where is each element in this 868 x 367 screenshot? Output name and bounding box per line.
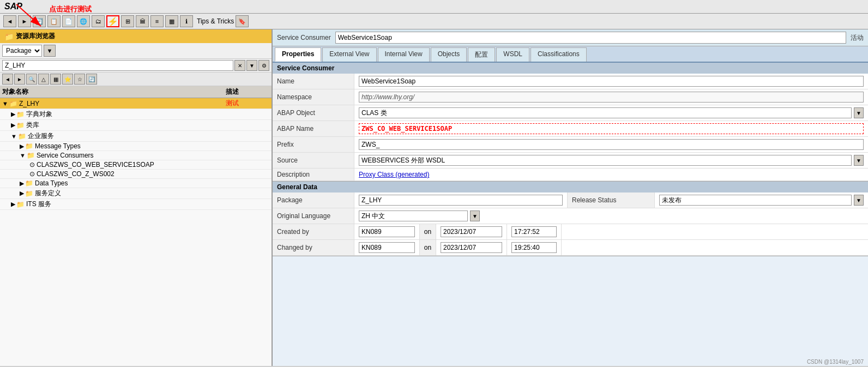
tree-item-enterprise[interactable]: ▼ 📁 企业服务 (0, 131, 272, 142)
tree-toggle[interactable]: ▼ (2, 100, 8, 107)
tree-item-icon: 📁 (25, 142, 33, 150)
tab-internal_view[interactable]: Internal View (378, 47, 430, 62)
tree-toggle[interactable]: ▶ (11, 201, 15, 208)
filter-icon2[interactable]: △ (38, 74, 49, 85)
form-value-prefix (354, 137, 868, 153)
tree-item-sc2[interactable]: ⊙ CLASZWS_CO_Z_WS002 (0, 170, 272, 179)
gd-package-label: Package (273, 192, 354, 208)
created-date-input[interactable] (441, 226, 502, 237)
filter-dropdown-btn[interactable]: ▼ (246, 60, 257, 71)
tree-item-sc1[interactable]: ⊙ CLASZWS_CO_WEB_SERVICE1SOAP (0, 160, 272, 170)
filter-icon4[interactable]: ⭐ (62, 74, 73, 85)
lang-input[interactable] (359, 210, 468, 221)
test-button[interactable]: ⚡ (106, 15, 119, 27)
tree-toggle[interactable]: ▶ (20, 143, 24, 150)
tree-item-name: 企业服务 (28, 131, 226, 141)
tree-item-icon: 📁 (25, 190, 33, 197)
form-value-description: Proxy Class (generated) (354, 169, 868, 181)
field-input[interactable] (359, 76, 864, 87)
info-button[interactable]: ℹ (180, 15, 193, 27)
changed-time-input[interactable] (511, 242, 557, 253)
tree-item-its_service[interactable]: ▶ 📁 ITS 服务 (0, 199, 272, 210)
nav-back-btn[interactable]: ◄ (2, 74, 13, 85)
tree-item-z_lhy[interactable]: ▼ 📁 Z_LHY 测试 (0, 98, 272, 109)
field-input[interactable] (359, 139, 864, 150)
btn10[interactable]: 🏛 (136, 15, 149, 27)
sc-value-input[interactable] (335, 32, 846, 44)
btn3[interactable]: 🔄 (33, 15, 46, 27)
tree-toggle[interactable]: ▼ (20, 152, 26, 159)
btn5[interactable]: 📄 (62, 15, 75, 27)
form-label-namespace: Namespace (273, 89, 354, 105)
form-label-source: Source (273, 153, 354, 169)
changed-user-input[interactable] (359, 242, 415, 253)
field-dropdown-btn[interactable]: ▼ (854, 155, 864, 166)
btn7[interactable]: 🗂 (92, 15, 105, 27)
field-highlighted[interactable] (359, 123, 864, 134)
field-dropdown-input[interactable] (359, 107, 852, 118)
tree-toggle[interactable]: ▶ (20, 190, 24, 197)
tree-item-dict[interactable]: ▶ 📁 字典对象 (0, 109, 272, 120)
btn6[interactable]: 🌐 (77, 15, 90, 27)
gd-row-1: Package Release Status ▼ (273, 192, 868, 208)
field-dropdown-btn[interactable]: ▼ (854, 107, 864, 118)
package-input[interactable] (359, 195, 563, 206)
field-link[interactable]: Proxy Class (generated) (359, 171, 429, 178)
btn9[interactable]: ⊞ (121, 15, 134, 27)
filter-bar: ✕ ▼ ⚙ (0, 59, 272, 73)
filter-icon6[interactable]: 🔄 (86, 74, 97, 85)
release-dropdown-btn[interactable]: ▼ (854, 195, 864, 206)
tree-item-class[interactable]: ▶ 📁 类库 (0, 120, 272, 131)
gd-row-2: Original Language ▼ (273, 208, 868, 224)
forward-button[interactable]: ► (18, 15, 31, 27)
tree-toggle[interactable]: ▶ (11, 122, 15, 129)
tab-objects[interactable]: Objects (431, 47, 467, 62)
created-user-input[interactable] (359, 226, 415, 237)
tree-item-service_consumers[interactable]: ▼ 📁 Service Consumers (0, 151, 272, 160)
tree-item-service_def[interactable]: ▶ 📁 服务定义 (0, 188, 272, 199)
tree-header: 对象名称 描述 (0, 86, 272, 98)
btn4[interactable]: 📋 (47, 15, 61, 27)
search-type-dropdown[interactable]: Package (2, 45, 42, 57)
gd-created-extra (562, 224, 868, 240)
filter-icon5[interactable]: ☆ (74, 74, 85, 85)
tree-item-name: CLASZWS_CO_WEB_SERVICE1SOAP (37, 161, 226, 169)
tree-col-desc: 描述 (226, 87, 269, 97)
form-label-name: Name (273, 74, 354, 89)
tree-toggle[interactable]: ▼ (11, 133, 17, 140)
tab-properties[interactable]: Properties (275, 47, 321, 62)
search-button[interactable]: ▼ (44, 45, 56, 57)
panel-icon: 📁 (4, 32, 14, 41)
release-input[interactable] (659, 195, 852, 206)
main-layout: 📁 资源库浏览器 Package ▼ ✕ ▼ ⚙ ◄ ► 🔍 △ ▦ ⭐ ☆ 🔄 (0, 29, 868, 366)
tab-wsdl[interactable]: WSDL (496, 47, 529, 62)
gd-changed-extra (562, 240, 868, 256)
gd-row-4: Changed by on (273, 240, 868, 256)
field-dropdown-input[interactable] (359, 155, 852, 166)
tree-toggle[interactable]: ▶ (20, 180, 24, 187)
filter-input[interactable] (2, 60, 233, 71)
tree-area[interactable]: ▼ 📁 Z_LHY 测试 ▶ 📁 字典对象 ▶ 📁 类库 ▼ 📁 企业服务 ▶ … (0, 98, 272, 366)
created-time-input[interactable] (511, 226, 557, 237)
filter-icon3[interactable]: ▦ (50, 74, 61, 85)
tree-toggle[interactable]: ▶ (11, 111, 15, 118)
back-button[interactable]: ◄ (3, 15, 16, 27)
tab-config[interactable]: 配置 (468, 47, 495, 62)
filter-clear-btn[interactable]: ✕ (234, 60, 245, 71)
lang-dropdown-btn[interactable]: ▼ (470, 210, 480, 221)
form-value-namespace (354, 89, 868, 105)
nav-forward-btn[interactable]: ► (14, 74, 25, 85)
tab-external_view[interactable]: External View (322, 47, 376, 62)
changed-date-input[interactable] (441, 242, 502, 253)
tab-classifications[interactable]: Classifications (531, 47, 587, 62)
gd-changed-time (507, 240, 562, 256)
tips-tricks-link[interactable]: Tips & Tricks (197, 17, 234, 25)
panel-title-text: 资源库浏览器 (16, 32, 55, 41)
filter-options-btn[interactable]: ⚙ (258, 60, 269, 71)
btn11[interactable]: ≡ (150, 15, 164, 27)
btn12[interactable]: ▦ (165, 15, 178, 27)
tree-item-message_types[interactable]: ▶ 📁 Message Types (0, 142, 272, 151)
help-button[interactable]: 🔖 (236, 15, 249, 27)
tree-item-data_types[interactable]: ▶ 📁 Data Types (0, 179, 272, 188)
filter-icon1[interactable]: 🔍 (26, 74, 37, 85)
